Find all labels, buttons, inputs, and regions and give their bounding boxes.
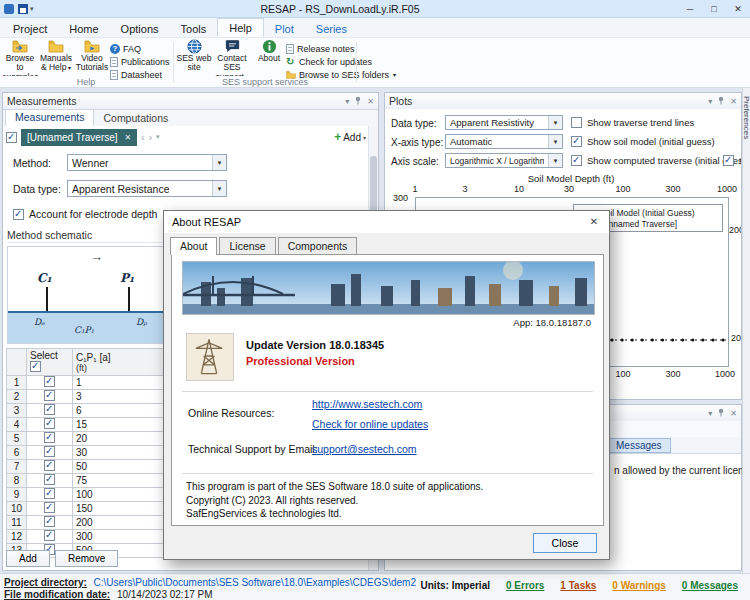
data-type-select[interactable]: Apparent Resistance▼ — [67, 180, 227, 197]
select-all-checkbox[interactable] — [30, 361, 41, 372]
preferences-side-tab[interactable]: Preferences — [742, 88, 750, 573]
panel-close-icon[interactable]: ✕ — [730, 97, 737, 106]
dialog-tab-components[interactable]: Components — [278, 237, 358, 254]
trend-lines-row[interactable]: Show traverse trend lines — [571, 117, 694, 128]
computed-traverse-checkbox[interactable] — [571, 155, 582, 166]
ses-website-button[interactable]: SES web site — [176, 39, 212, 76]
dialog-titlebar: About RESAP — [164, 211, 609, 233]
row-checkbox[interactable] — [44, 404, 55, 415]
messages-count[interactable]: 0 Messages — [682, 580, 738, 591]
add-row-button[interactable]: Add — [6, 550, 50, 567]
legend-soil-label: Soil Model (Initial Guess) — [600, 208, 694, 218]
row-checkbox[interactable] — [44, 488, 55, 499]
chevron-down-icon[interactable]: ▾ — [708, 409, 712, 418]
units-indicator[interactable]: Units: Imperial — [421, 580, 490, 591]
ribbon-group-support: SES web site Contact SES support About R… — [176, 38, 354, 87]
dialog-close-icon[interactable]: ✕ — [579, 211, 609, 232]
traverse-checkbox[interactable] — [6, 132, 17, 143]
tab-plot[interactable]: Plot — [264, 20, 305, 37]
dropdown-caret-icon: ▼ — [548, 135, 562, 148]
tab-home[interactable]: Home — [58, 20, 109, 37]
row-checkbox[interactable] — [44, 530, 55, 541]
row-checkbox[interactable] — [44, 460, 55, 471]
row-checkbox[interactable] — [44, 446, 55, 457]
warnings-count[interactable]: 0 Warnings — [612, 580, 666, 591]
prev-traverse-icon[interactable]: ‹ — [141, 132, 144, 143]
axis-scale-select[interactable]: Logarithmic X / Logarithmic Y▼ — [445, 153, 563, 168]
p1-label: P₁ — [120, 271, 134, 285]
minimize-button[interactable]: ─ — [678, 0, 702, 18]
titlebar: ▾ RESAP - RS_DownLoadLy.iR.F05 ─ □ ✕ — [0, 0, 750, 18]
account-depth-checkbox[interactable] — [13, 209, 24, 220]
tab-measurements-sub[interactable]: Measurements — [5, 109, 94, 126]
dialog-tab-license[interactable]: License — [219, 237, 275, 254]
row-checkbox[interactable] — [44, 502, 55, 513]
check-updates-link[interactable]: Check for online updates — [312, 418, 428, 430]
row-checkbox[interactable] — [44, 474, 55, 485]
errors-count[interactable]: 0 Errors — [506, 580, 544, 591]
panel-close-icon[interactable]: ✕ — [367, 97, 374, 106]
top-tick: 100 — [615, 184, 630, 194]
faq-button[interactable]: ? FAQ — [110, 42, 172, 55]
tab-help[interactable]: Help — [217, 18, 264, 37]
dialog-close-button[interactable]: Close — [533, 533, 597, 553]
row-checkbox[interactable] — [44, 432, 55, 443]
row-checkbox[interactable] — [44, 418, 55, 429]
plot-data-type-select[interactable]: Apparent Resistivity▼ — [445, 115, 563, 130]
next-traverse-icon[interactable]: › — [149, 132, 152, 143]
update-version: Update Version 18.0.18345 — [246, 339, 384, 351]
soil-model-checkbox[interactable] — [571, 136, 582, 147]
tasks-count[interactable]: 1 Tasks — [560, 580, 596, 591]
traverse-list-caret-icon[interactable]: ▾ — [156, 133, 160, 141]
project-directory-link[interactable]: C:\Users\Public\Documents\SES Software\1… — [94, 577, 416, 588]
row-checkbox[interactable] — [44, 376, 55, 387]
dialog-tab-about[interactable]: About — [170, 237, 217, 255]
chevron-down-icon[interactable]: ▾ — [708, 97, 712, 106]
release-notes-button[interactable]: Release notes — [286, 42, 356, 55]
tab-computations[interactable]: Computations — [94, 111, 177, 126]
pin-icon[interactable] — [354, 96, 362, 107]
show-legend-row[interactable]: Show Leg — [723, 155, 741, 166]
video-tutorials-button[interactable]: Video Tutorials — [74, 39, 110, 76]
browse-to-examples-button[interactable]: Browse to examples — [2, 39, 38, 76]
maximize-button[interactable]: □ — [702, 0, 726, 18]
pin-icon[interactable] — [717, 96, 725, 107]
tab-project[interactable]: Project — [2, 20, 58, 37]
top-tick: 1 — [412, 184, 417, 194]
current-arrow-icon: → — [90, 249, 103, 264]
check-updates-button[interactable]: ↻ Check for updates — [286, 55, 356, 68]
window-close-button[interactable]: ✕ — [726, 0, 750, 18]
close-traverse-icon[interactable]: ✕ — [125, 133, 132, 142]
copyright-line: Copyright (C) 2023. All rights reserved. — [186, 495, 358, 506]
tab-tools[interactable]: Tools — [170, 20, 218, 37]
about-button[interactable]: About — [254, 39, 284, 76]
support-email-link[interactable]: support@sestech.com — [312, 443, 417, 455]
traverse-tab[interactable]: [Unnamed Traverse] ✕ — [21, 129, 137, 146]
divider — [182, 473, 593, 474]
chevron-down-icon[interactable]: ▾ — [345, 97, 349, 106]
computed-traverse-row[interactable]: Show computed traverse (initial guess) — [571, 155, 741, 166]
website-link[interactable]: http://www.sestech.com — [312, 398, 422, 410]
publications-button[interactable]: Publications — [110, 55, 172, 68]
method-select[interactable]: Wenner▼ — [67, 154, 227, 171]
remove-row-button[interactable]: Remove — [55, 550, 118, 567]
tab-options[interactable]: Options — [110, 20, 170, 37]
file-date-value: 10/14/2023 02:17 PM — [117, 589, 213, 600]
trend-lines-checkbox[interactable] — [571, 117, 582, 128]
add-traverse-button[interactable]: + Add ▾ — [334, 130, 366, 144]
soil-model-row[interactable]: Show soil model (initial guess) — [571, 136, 715, 147]
account-depth-checkbox-row[interactable]: Account for electrode depth — [13, 208, 157, 220]
pin-icon[interactable] — [717, 408, 725, 419]
show-legend-checkbox[interactable] — [723, 155, 734, 166]
manuals-help-button[interactable]: Manuals & Help — [38, 39, 74, 76]
bottom-tick: 100 — [615, 369, 630, 379]
row-checkbox[interactable] — [44, 516, 55, 527]
contact-support-button[interactable]: Contact SES support — [212, 39, 252, 76]
tab-messages[interactable]: Messages — [607, 438, 671, 453]
method-label: Method: — [13, 157, 67, 169]
row-checkbox[interactable] — [44, 390, 55, 401]
panel-close-icon[interactable]: ✕ — [730, 409, 737, 418]
online-resources-label: Online Resources: — [188, 407, 274, 419]
tab-series[interactable]: Series — [305, 20, 358, 37]
x-axis-type-select[interactable]: Automatic▼ — [445, 134, 563, 149]
